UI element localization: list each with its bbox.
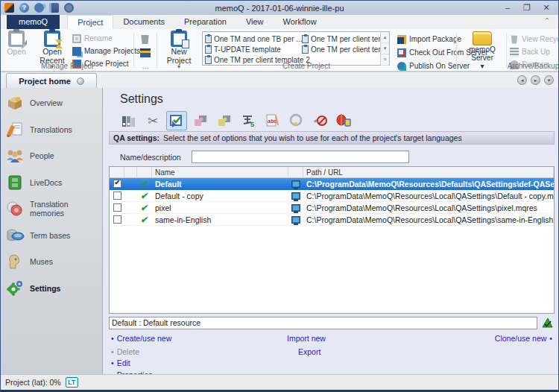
tab-preparation[interactable]: Preparation (174, 15, 236, 29)
name-description-filter-input[interactable] (192, 151, 409, 163)
back-up-button[interactable]: Back Up (510, 46, 559, 57)
template-item[interactable]: One TM per client template (302, 44, 380, 54)
template-item[interactable]: T-UPDATE template (205, 44, 300, 54)
tab-documents[interactable]: Documents (113, 15, 174, 29)
help-icon[interactable]: ? (19, 3, 29, 13)
link-create-use-new[interactable]: •Create/use new (111, 334, 171, 343)
bullet-icon: • (111, 347, 114, 356)
sidebar-item-settings[interactable]: Settings (5, 279, 101, 297)
valid-check-icon: ✔ (140, 215, 149, 225)
tab-memoq[interactable]: memoQ (7, 15, 60, 29)
quick-access-toolbar: ? (1, 3, 74, 13)
nav-dropdown-icon[interactable]: ▾ (544, 75, 554, 85)
sidebar-item-translation-memories[interactable]: Translation memories (5, 200, 101, 218)
header-name[interactable]: Name (152, 167, 288, 177)
qa-settings-icon[interactable] (166, 111, 187, 130)
row-checkbox[interactable] (113, 215, 121, 224)
maximize-button[interactable]: ❐ (518, 2, 536, 13)
translations-icon (5, 121, 25, 139)
template-icon (205, 35, 212, 43)
tab-workflow[interactable]: Workflow (274, 15, 326, 29)
nav-back-icon[interactable]: ◂ (517, 75, 527, 85)
sidebar-item-livedocs[interactable]: LiveDocs (5, 174, 101, 192)
sidebar-item-muses[interactable]: Muses (5, 253, 101, 271)
ribbon: Open Open Recent ▾ Rename Manage Project… (1, 29, 558, 72)
header-path-url[interactable]: Path / URL (303, 167, 554, 177)
view-recycle-bin-button[interactable]: View Recycle Bin (510, 34, 559, 45)
non-translatables-icon[interactable]: abc (262, 111, 282, 130)
valid-check-icon: ✔ (140, 203, 149, 213)
group-label: Archive/Backup (507, 62, 559, 70)
manage-projects-button[interactable]: Manage Projects (72, 45, 140, 57)
app-window: ? memoQ - 2017-01-06-winnie-ille-pu – ❐ … (0, 0, 559, 392)
memoq-logo-icon[interactable] (4, 3, 14, 13)
table-row[interactable]: ✔ same-in-English C:\ProgramData\MemoQ\R… (110, 214, 554, 226)
archive-box-icon[interactable] (140, 48, 151, 57)
gears-icon[interactable] (34, 3, 44, 13)
font-substitution-icon[interactable] (333, 111, 354, 130)
open-icon (8, 31, 25, 47)
sidebar-item-people[interactable]: People (5, 147, 101, 165)
segmentation-rules-icon[interactable]: ✂ (142, 111, 163, 130)
tab-project[interactable]: Project (67, 15, 113, 29)
gallery-down-icon[interactable]: ▾ (381, 43, 389, 54)
link-delete[interactable]: •Delete (111, 347, 139, 356)
sidebar-item-term-bases[interactable]: Term bases (5, 227, 101, 244)
svg-text:5: 5 (250, 121, 254, 128)
tm-settings-icon[interactable] (119, 111, 139, 130)
header-checkbox-column (110, 167, 124, 177)
rename-button[interactable]: Rename (72, 33, 140, 44)
new-project-icon (171, 31, 187, 47)
sidebar: Overview Translations People LiveDocs Tr… (1, 88, 103, 374)
manage-projects-icon (72, 47, 81, 56)
title-bar: ? memoQ - 2017-01-06-winnie-ille-pu – ❐ … (1, 1, 558, 15)
options-icon[interactable] (64, 3, 74, 13)
auto-correct-icon[interactable] (285, 111, 306, 130)
template-icon (302, 35, 309, 43)
tab-project-home[interactable]: Project home (6, 73, 97, 89)
tab-view[interactable]: View (236, 15, 274, 29)
sidebar-item-translations[interactable]: Translations (5, 121, 101, 139)
gallery-up-icon[interactable]: ▴ (381, 32, 389, 43)
sidebar-item-overview[interactable]: Overview (5, 94, 101, 112)
group-memoq-server: memoQ Server ▾ (457, 29, 506, 71)
link-edit[interactable]: •Edit (111, 358, 130, 367)
delete-trash-icon[interactable] (140, 34, 150, 44)
ignore-lists-icon[interactable] (309, 111, 330, 130)
row-checkbox[interactable] (113, 192, 121, 200)
mt-settings-icon[interactable] (190, 111, 211, 130)
back-up-icon (510, 48, 519, 57)
table-row[interactable]: ✔ Default - copy C:\ProgramData\MemoQ\Re… (110, 190, 554, 202)
edit-description-icon[interactable] (541, 316, 554, 330)
close-button[interactable]: ✕ (537, 2, 555, 13)
minimize-button[interactable]: – (499, 2, 517, 13)
template-item[interactable]: One TM per client template 2 (302, 34, 380, 44)
auto-translation-icon[interactable]: 5 (238, 111, 259, 130)
row-checkbox[interactable] (113, 203, 121, 212)
muses-icon (5, 253, 25, 271)
template-item[interactable]: One TM and one TB per ... (205, 34, 300, 44)
group-archive-backup: View Recycle Bin Back Up Restore Archive… (507, 29, 559, 71)
nav-forward-icon[interactable]: ▸ (531, 75, 540, 85)
template-gallery: One TM and one TB per ... T-UPDATE templ… (202, 31, 390, 66)
template-icon (205, 45, 212, 54)
table-row[interactable]: ✔ pixel C:\ProgramData\MemoQ\Resources\L… (110, 202, 554, 214)
link-export[interactable]: Export (298, 347, 320, 356)
link-import-new[interactable]: Import new (287, 334, 326, 343)
group-manage-project: Open Open Recent ▾ Rename Manage Project… (1, 29, 133, 71)
resource-description-box[interactable]: Default : Default resource (109, 317, 537, 329)
table-row[interactable]: ✔ Default C:\ProgramData\MemoQ\Resources… (110, 178, 554, 190)
page-title: Settings (120, 92, 163, 106)
import-package-icon (397, 35, 406, 44)
memoq-server-button[interactable]: memoQ Server ▾ (464, 31, 500, 70)
external-tools-icon[interactable] (214, 111, 235, 130)
link-clone-use-new[interactable]: Clone/use new• (495, 334, 552, 343)
table-header: Name Path / URL (110, 167, 554, 178)
collapse-ribbon-icon[interactable]: ⌃ (542, 17, 552, 26)
language-terminal-badge: LT (66, 377, 78, 388)
resource-console-icon[interactable] (49, 3, 59, 13)
row-checkbox[interactable] (113, 180, 121, 188)
filter-label: Name/description (120, 153, 181, 162)
livedocs-icon (5, 174, 25, 192)
open-button[interactable]: Open (2, 31, 31, 56)
